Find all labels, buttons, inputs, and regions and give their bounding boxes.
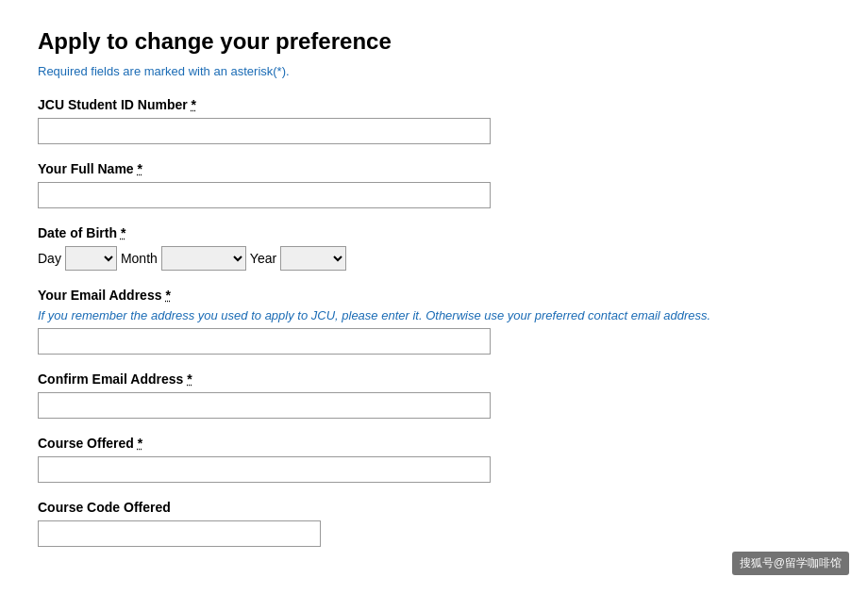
student-id-input[interactable] — [38, 118, 491, 144]
student-id-label: JCU Student ID Number * — [38, 97, 830, 112]
dob-row: Day 12345 678910 1112131415 1617181920 2… — [38, 246, 830, 271]
course-offered-group: Course Offered * — [38, 436, 830, 483]
full-name-label: Your Full Name * — [38, 161, 830, 176]
dob-label: Date of Birth * — [38, 225, 830, 240]
dob-group: Date of Birth * Day 12345 678910 1112131… — [38, 225, 830, 271]
day-text-label: Day — [38, 251, 61, 266]
course-offered-label: Course Offered * — [38, 436, 830, 451]
year-text-label: Year — [250, 251, 276, 266]
required-note: Required fields are marked with an aster… — [38, 64, 830, 78]
confirm-email-group: Confirm Email Address * — [38, 371, 830, 419]
course-offered-input[interactable] — [38, 456, 491, 483]
email-label: Your Email Address * — [38, 288, 830, 303]
year-select[interactable]: 2006200520042003 2002200120001999 199819… — [280, 246, 346, 271]
day-select[interactable]: 12345 678910 1112131415 1617181920 21222… — [65, 246, 117, 271]
watermark: 搜狐号@留学咖啡馆 — [732, 552, 849, 575]
email-hint: If you remember the address you used to … — [38, 308, 774, 322]
student-id-group: JCU Student ID Number * — [38, 97, 830, 144]
month-select[interactable]: JanuaryFebruaryMarch AprilMayJune JulyAu… — [161, 246, 246, 271]
full-name-input[interactable] — [38, 182, 491, 208]
course-code-label: Course Code Offered — [38, 500, 830, 515]
course-code-group: Course Code Offered — [38, 500, 830, 547]
confirm-email-label: Confirm Email Address * — [38, 371, 830, 387]
email-input[interactable] — [38, 328, 491, 355]
month-text-label: Month — [121, 251, 158, 266]
email-group: Your Email Address * If you remember the… — [38, 288, 830, 355]
confirm-email-input[interactable] — [38, 392, 491, 419]
course-code-input[interactable] — [38, 520, 321, 547]
full-name-group: Your Full Name * — [38, 161, 830, 208]
page-title: Apply to change your preference — [38, 28, 830, 55]
